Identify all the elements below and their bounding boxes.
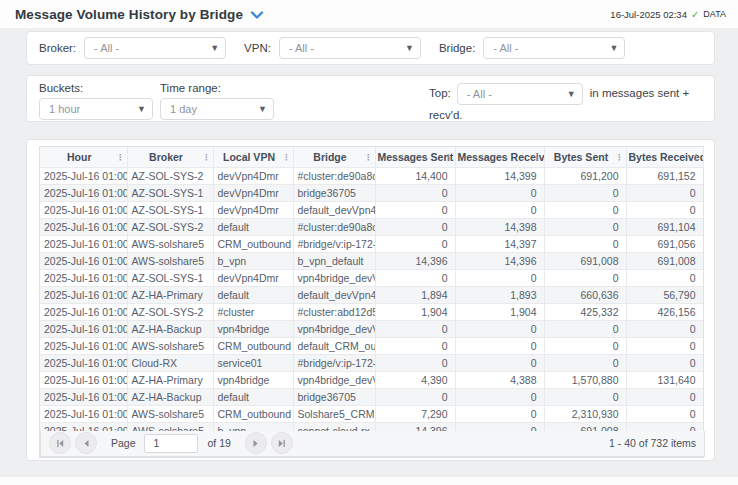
top-select[interactable]: - All - ▼ bbox=[457, 83, 583, 105]
pager-first-button[interactable] bbox=[49, 432, 71, 454]
table-cell: AZ-HA-Backup bbox=[127, 389, 213, 406]
table-cell: 0 bbox=[626, 202, 703, 219]
time-range-select[interactable]: 1 day ▼ bbox=[160, 98, 274, 120]
table-row[interactable]: 2025-Jul-16 01:00AZ-SOL-SYS-1devVpn4Dmrd… bbox=[40, 202, 703, 219]
table-cell: 0 bbox=[626, 423, 703, 431]
table-cell: 7,290 bbox=[375, 406, 455, 423]
table-cell: 0 bbox=[455, 202, 544, 219]
table-row[interactable]: 2025-Jul-16 01:00AWS-solshare5b_vpnconne… bbox=[40, 423, 703, 431]
column-menu-icon[interactable]: ⋮ bbox=[445, 152, 453, 161]
table-cell: 2025-Jul-16 01:00 bbox=[40, 185, 127, 202]
column-header-label: Messages Sent bbox=[378, 151, 454, 163]
table-cell: 0 bbox=[375, 321, 455, 338]
buckets-select[interactable]: 1 hour ▼ bbox=[39, 98, 153, 120]
grid-header-table: Hour⋮Broker⋮Local VPN⋮Bridge⋮Messages Se… bbox=[40, 147, 704, 168]
table-row[interactable]: 2025-Jul-16 01:00AZ-HA-Backupdefaultbrid… bbox=[40, 389, 703, 406]
table-cell: 0 bbox=[544, 338, 626, 355]
table-cell: devVpn4Dmr bbox=[213, 270, 293, 287]
table-row[interactable]: 2025-Jul-16 01:00AZ-SOL-SYS-2default#clu… bbox=[40, 219, 703, 236]
table-cell: 14,400 bbox=[375, 168, 455, 185]
table-row[interactable]: 2025-Jul-16 01:00AZ-SOL-SYS-2devVpn4Dmr#… bbox=[40, 168, 703, 185]
column-menu-icon[interactable]: ⋮ bbox=[365, 152, 373, 161]
pager-next-button[interactable] bbox=[245, 432, 267, 454]
table-cell: 0 bbox=[544, 270, 626, 287]
table-cell: CRM_outbound bbox=[213, 406, 293, 423]
column-header-broker[interactable]: Broker⋮ bbox=[127, 147, 213, 167]
column-menu-icon[interactable]: ⋮ bbox=[693, 152, 701, 161]
table-cell: 0 bbox=[626, 321, 703, 338]
vpn-select-value: - All - bbox=[289, 42, 314, 54]
column-header-messages-received[interactable]: Messages Received⋮ bbox=[455, 147, 544, 167]
table-cell: 691,104 bbox=[626, 219, 703, 236]
table-row[interactable]: 2025-Jul-16 01:00Cloud-RXservice01#bridg… bbox=[40, 355, 703, 372]
table-row[interactable]: 2025-Jul-16 01:00AZ-HA-Primaryvpn4bridge… bbox=[40, 372, 703, 389]
table-cell: 0 bbox=[544, 355, 626, 372]
table-row[interactable]: 2025-Jul-16 01:00AWS-solshare5b_vpnb_vpn… bbox=[40, 253, 703, 270]
column-menu-icon[interactable]: ⋮ bbox=[534, 152, 542, 161]
table-cell: 14,397 bbox=[455, 236, 544, 253]
pager-page-input[interactable] bbox=[144, 434, 198, 453]
table-cell: AZ-SOL-SYS-1 bbox=[127, 185, 213, 202]
table-cell: #bridge/v:ip-172-31-4 bbox=[293, 236, 375, 253]
table-cell: 2025-Jul-16 01:00 bbox=[40, 236, 127, 253]
table-cell: 2025-Jul-16 01:00 bbox=[40, 219, 127, 236]
table-cell: 691,056 bbox=[626, 236, 703, 253]
table-row[interactable]: 2025-Jul-16 01:00AZ-HA-Primarydefaultdef… bbox=[40, 287, 703, 304]
pager-last-button[interactable] bbox=[271, 432, 293, 454]
table-row[interactable]: 2025-Jul-16 01:00AWS-solshare5CRM_outbou… bbox=[40, 406, 703, 423]
table-row[interactable]: 2025-Jul-16 01:00AZ-SOL-SYS-2#cluster#cl… bbox=[40, 304, 703, 321]
top-group: Top: - All - ▼ in messages sent + recv'd… bbox=[429, 83, 719, 126]
chevron-down-icon[interactable] bbox=[250, 9, 264, 21]
column-header-bridge[interactable]: Bridge⋮ bbox=[293, 147, 375, 167]
filter-card-buckets-timerange-top: Buckets: 1 hour ▼ Time range: 1 day ▼ To… bbox=[26, 75, 715, 122]
table-cell: AWS-solshare5 bbox=[127, 236, 213, 253]
table-cell: AZ-HA-Primary bbox=[127, 287, 213, 304]
message-volume-grid: Hour⋮Broker⋮Local VPN⋮Bridge⋮Messages Se… bbox=[39, 146, 704, 458]
vpn-select[interactable]: - All - ▼ bbox=[279, 37, 421, 59]
table-cell: devVpn4Dmr bbox=[213, 168, 293, 185]
table-cell: 0 bbox=[544, 219, 626, 236]
grid-body[interactable]: 2025-Jul-16 01:00AZ-SOL-SYS-2devVpn4Dmr#… bbox=[40, 168, 703, 431]
table-row[interactable]: 2025-Jul-16 01:00AZ-SOL-SYS-1devVpn4Dmrb… bbox=[40, 185, 703, 202]
column-menu-icon[interactable]: ⋮ bbox=[117, 152, 125, 161]
table-cell: 691,152 bbox=[626, 168, 703, 185]
table-cell: 0 bbox=[375, 338, 455, 355]
column-menu-icon[interactable]: ⋮ bbox=[203, 152, 211, 161]
bridge-select[interactable]: - All - ▼ bbox=[483, 37, 625, 59]
pager: Page of 19 1 - 40 of 732 items bbox=[40, 431, 705, 457]
table-cell: vpn4bridge bbox=[213, 372, 293, 389]
table-row[interactable]: 2025-Jul-16 01:00AZ-SOL-SYS-1devVpn4Dmrv… bbox=[40, 270, 703, 287]
table-cell: vpn4bridge_devVpn4 bbox=[293, 321, 375, 338]
table-row[interactable]: 2025-Jul-16 01:00AZ-HA-Backupvpn4bridgev… bbox=[40, 321, 703, 338]
column-menu-icon[interactable]: ⋮ bbox=[616, 152, 624, 161]
page-title: Message Volume History by Bridge bbox=[15, 7, 243, 22]
pager-previous-button[interactable] bbox=[75, 432, 97, 454]
table-cell: service01 bbox=[213, 355, 293, 372]
table-cell: vpn4bridge_devVpn4 bbox=[293, 372, 375, 389]
column-header-bytes-sent[interactable]: Bytes Sent⋮ bbox=[544, 147, 626, 167]
column-header-bytes-received[interactable]: Bytes Received⋮ bbox=[626, 147, 703, 167]
column-header-label: Broker bbox=[149, 151, 183, 163]
table-cell: 0 bbox=[375, 219, 455, 236]
grid-body-table: 2025-Jul-16 01:00AZ-SOL-SYS-2devVpn4Dmr#… bbox=[40, 168, 703, 431]
timestamp: 16-Jul-2025 02:34 bbox=[610, 9, 687, 20]
table-cell: vpn4bridge bbox=[213, 321, 293, 338]
table-cell: 2025-Jul-16 01:00 bbox=[40, 304, 127, 321]
dropdown-arrow-icon: ▼ bbox=[567, 84, 576, 105]
table-cell: 2025-Jul-16 01:00 bbox=[40, 168, 127, 185]
table-cell: 0 bbox=[455, 270, 544, 287]
table-row[interactable]: 2025-Jul-16 01:00AWS-solshare5CRM_outbou… bbox=[40, 338, 703, 355]
table-cell: 0 bbox=[455, 185, 544, 202]
table-row[interactable]: 2025-Jul-16 01:00AWS-solshare5CRM_outbou… bbox=[40, 236, 703, 253]
table-cell: 14,396 bbox=[375, 253, 455, 270]
table-card: Hour⋮Broker⋮Local VPN⋮Bridge⋮Messages Se… bbox=[26, 139, 715, 461]
column-menu-icon[interactable]: ⋮ bbox=[283, 152, 291, 161]
broker-select[interactable]: - All - ▼ bbox=[84, 37, 226, 59]
column-header-local-vpn[interactable]: Local VPN⋮ bbox=[213, 147, 293, 167]
table-cell: 2025-Jul-16 01:00 bbox=[40, 406, 127, 423]
table-cell: vpn4bridge_devVpn4 bbox=[293, 270, 375, 287]
table-cell: AZ-SOL-SYS-1 bbox=[127, 202, 213, 219]
table-cell: default bbox=[213, 389, 293, 406]
column-header-hour[interactable]: Hour⋮ bbox=[40, 147, 127, 167]
column-header-messages-sent[interactable]: Messages Sent⋮ bbox=[375, 147, 455, 167]
